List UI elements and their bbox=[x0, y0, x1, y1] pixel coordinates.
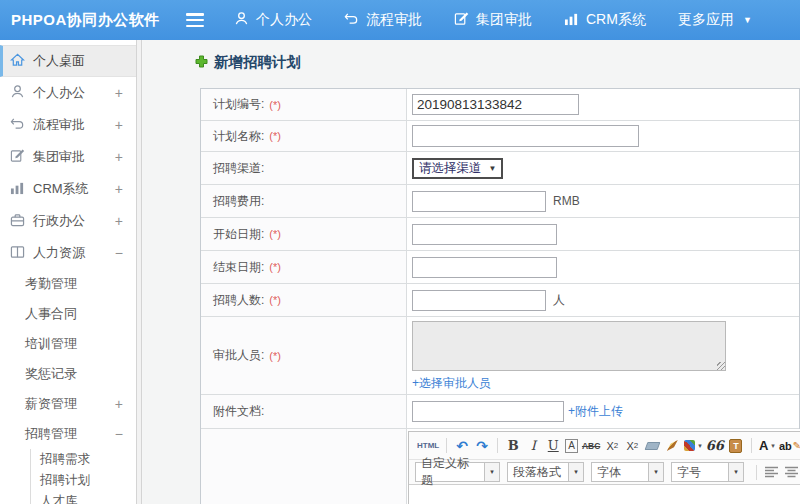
collapse-minus-icon[interactable]: − bbox=[115, 245, 123, 261]
empty-label-cell bbox=[201, 429, 407, 504]
expand-plus-icon[interactable]: + bbox=[115, 213, 123, 229]
background-color-button[interactable]: ab✎▾ bbox=[779, 436, 800, 456]
sidebar-item-training-mgmt[interactable]: 培训管理 bbox=[0, 329, 136, 359]
plan-number-input[interactable] bbox=[412, 94, 579, 115]
dropdown-arrow-icon[interactable]: ▾ bbox=[649, 462, 664, 482]
sidebar-item-salary-mgmt[interactable]: 薪资管理 + bbox=[0, 389, 136, 419]
sidebar-item-talent-pool[interactable]: 人才库 bbox=[31, 491, 136, 504]
sidebar-item-personal-desktop[interactable]: 个人桌面 bbox=[0, 45, 136, 77]
expand-plus-icon[interactable]: + bbox=[115, 85, 123, 101]
expand-plus-icon[interactable]: + bbox=[115, 181, 123, 197]
sidebar-item-reward-records[interactable]: 奖惩记录 bbox=[0, 359, 136, 389]
autotypeset-button[interactable]: A bbox=[565, 439, 578, 453]
recruit-fee-input[interactable] bbox=[412, 191, 546, 212]
sidebar-item-recruit-demand[interactable]: 招聘需求 bbox=[31, 449, 136, 470]
strikethrough-button[interactable]: ABC bbox=[582, 436, 600, 456]
field-label: 招聘费用: bbox=[213, 193, 264, 210]
expand-plus-icon[interactable]: + bbox=[115, 149, 123, 165]
sidebar-item-hr-contract[interactable]: 人事合同 bbox=[0, 299, 136, 329]
sidebar-subsub-label: 招聘计划 bbox=[40, 472, 90, 489]
source-code-button[interactable]: HTML bbox=[417, 436, 439, 456]
form-row-approvers: 审批人员:(*) +选择审批人员 bbox=[201, 317, 799, 395]
align-left-icon[interactable] bbox=[765, 466, 779, 478]
form-row-headcount: 招聘人数:(*) 人 bbox=[201, 284, 799, 317]
field-label: 招聘人数: bbox=[213, 292, 264, 309]
topnav-personal-office[interactable]: 个人办公 bbox=[234, 11, 312, 29]
sidebar-item-label: 集团审批 bbox=[33, 148, 85, 166]
custom-title-dropdown[interactable]: 自定义标题 ▾ bbox=[415, 462, 500, 482]
attachment-input[interactable] bbox=[412, 401, 564, 422]
blockquote-button[interactable]: 66 bbox=[706, 436, 724, 456]
sidebar-scrollbar[interactable] bbox=[136, 40, 142, 504]
align-center-icon[interactable] bbox=[785, 466, 799, 478]
subscript-button[interactable]: X2 bbox=[624, 436, 640, 456]
sidebar-sub-label: 薪资管理 bbox=[25, 395, 77, 413]
font-color-button[interactable]: A▾ bbox=[759, 436, 775, 456]
sidebar-item-human-resources[interactable]: 人力资源 − bbox=[0, 237, 136, 269]
sidebar-item-group-approval[interactable]: 集团审批 + bbox=[0, 141, 136, 173]
approvers-textarea[interactable] bbox=[412, 321, 726, 371]
font-family-dropdown[interactable]: 字体 ▾ bbox=[591, 462, 664, 482]
collapse-minus-icon[interactable]: − bbox=[115, 426, 123, 442]
editor-toolbar-row2: 自定义标题 ▾ 段落格式 ▾ 字体 ▾ bbox=[409, 459, 800, 485]
topnav-crm-system[interactable]: CRM系统 bbox=[564, 11, 646, 29]
end-date-input[interactable] bbox=[412, 257, 557, 278]
headcount-input[interactable] bbox=[412, 290, 546, 311]
sidebar-sub-label: 考勤管理 bbox=[25, 275, 77, 293]
person-icon bbox=[10, 84, 33, 102]
fee-unit-label: RMB bbox=[553, 194, 580, 208]
field-label: 审批人员: bbox=[213, 347, 264, 364]
dropdown-arrow-icon[interactable]: ▾ bbox=[729, 462, 744, 482]
bold-button[interactable]: B bbox=[505, 436, 521, 456]
italic-button[interactable]: I bbox=[525, 436, 541, 456]
field-label: 开始日期: bbox=[213, 226, 264, 243]
topnav-label: 个人办公 bbox=[256, 11, 312, 29]
highlight-palette-icon[interactable]: ▾ bbox=[684, 436, 702, 456]
expand-plus-icon[interactable]: + bbox=[115, 117, 123, 133]
topnav-workflow-approval[interactable]: 流程审批 bbox=[344, 11, 422, 29]
undo-icon[interactable]: ↶ bbox=[454, 436, 470, 456]
book-icon bbox=[10, 245, 33, 262]
pencil-icon: ✎ bbox=[793, 440, 800, 451]
dropdown-arrow-icon[interactable]: ▾ bbox=[485, 462, 500, 482]
chart-icon bbox=[564, 12, 586, 29]
briefcase-icon bbox=[10, 213, 33, 230]
sidebar-item-crm-system[interactable]: CRM系统 + bbox=[0, 173, 136, 205]
start-date-input[interactable] bbox=[412, 224, 557, 245]
main-content: 新增招聘计划 计划编号:(*) 计划名称:(*) 招聘渠道: 请选择渠道 ▼ bbox=[143, 40, 800, 504]
sidebar-item-label: 行政办公 bbox=[33, 212, 85, 230]
add-plus-icon bbox=[195, 55, 214, 71]
channel-select[interactable]: 请选择渠道 ▼ bbox=[412, 158, 503, 179]
edit-icon bbox=[454, 11, 476, 29]
eraser-icon[interactable] bbox=[644, 436, 660, 456]
format-brush-icon[interactable] bbox=[664, 436, 680, 456]
redo-icon[interactable]: ↷ bbox=[474, 436, 490, 456]
edit-icon bbox=[10, 148, 33, 166]
top-bar: PHPOA协同办公软件 个人办公 流程审批 集团审批 bbox=[0, 0, 800, 40]
topnav-group-approval[interactable]: 集团审批 bbox=[454, 11, 532, 29]
sidebar-item-workflow-approval[interactable]: 流程审批 + bbox=[0, 109, 136, 141]
person-icon bbox=[234, 11, 256, 29]
superscript-button[interactable]: X2 bbox=[604, 436, 620, 456]
attachment-upload-link[interactable]: +附件上传 bbox=[568, 403, 623, 420]
plan-name-input[interactable] bbox=[412, 125, 639, 147]
sidebar-item-recruit-mgmt[interactable]: 招聘管理 − bbox=[0, 419, 136, 449]
dropdown-arrow-icon[interactable]: ▾ bbox=[569, 462, 584, 482]
select-approvers-link[interactable]: +选择审批人员 bbox=[412, 376, 491, 390]
topnav-label: 集团审批 bbox=[476, 11, 532, 29]
sidebar-item-attendance-mgmt[interactable]: 考勤管理 bbox=[0, 269, 136, 299]
sidebar-item-personal-office[interactable]: 个人办公 + bbox=[0, 77, 136, 109]
sidebar-item-recruit-plan[interactable]: 招聘计划 bbox=[31, 470, 136, 491]
paragraph-format-dropdown[interactable]: 段落格式 ▾ bbox=[507, 462, 584, 482]
expand-plus-icon[interactable]: + bbox=[115, 396, 123, 412]
font-size-dropdown[interactable]: 字号 ▾ bbox=[671, 462, 744, 482]
menu-toggle-button[interactable] bbox=[186, 13, 204, 27]
underline-button[interactable]: U bbox=[545, 436, 561, 456]
flow-icon bbox=[10, 116, 33, 134]
paste-text-icon[interactable]: T bbox=[728, 436, 744, 456]
sidebar-item-label: 个人办公 bbox=[33, 84, 85, 102]
form-row-end-date: 结束日期:(*) bbox=[201, 251, 799, 284]
sidebar-item-admin-office[interactable]: 行政办公 + bbox=[0, 205, 136, 237]
topnav-label: CRM系统 bbox=[586, 11, 646, 29]
topnav-more-apps[interactable]: 更多应用 ▼ bbox=[678, 11, 752, 29]
